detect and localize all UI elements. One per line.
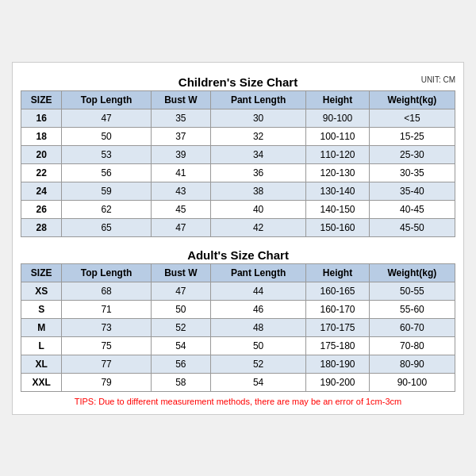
table-cell: 42 <box>210 218 305 236</box>
adults-col-top-length: Top Length <box>62 263 152 282</box>
adults-table: SIZE Top Length Bust W Pant Length Heigh… <box>21 263 455 392</box>
table-cell: 35-40 <box>369 182 455 200</box>
children-col-weight: Weight(kg) <box>369 90 455 109</box>
table-cell: M <box>21 318 62 336</box>
table-row: XS684744160-16550-55 <box>21 282 455 300</box>
table-cell: XL <box>21 355 62 373</box>
table-cell: 46 <box>210 300 305 318</box>
table-cell: 52 <box>210 355 305 373</box>
table-cell: 38 <box>210 182 305 200</box>
adults-header-row: SIZE Top Length Bust W Pant Length Heigh… <box>21 263 455 282</box>
adults-col-size: SIZE <box>21 263 62 282</box>
tips-text: TIPS: Due to different measurement metho… <box>21 397 455 406</box>
adults-col-height: Height <box>306 263 369 282</box>
table-cell: 160-170 <box>306 300 369 318</box>
table-cell: 48 <box>210 318 305 336</box>
table-cell: 18 <box>21 127 62 145</box>
table-cell: 20 <box>21 145 62 163</box>
table-cell: 25-30 <box>369 145 455 163</box>
table-cell: 60-70 <box>369 318 455 336</box>
table-cell: 37 <box>151 127 210 145</box>
children-section-title: Children's Size Chart UNIT: CM <box>21 71 455 90</box>
table-cell: 16 <box>21 109 62 127</box>
table-cell: 65 <box>62 218 152 236</box>
unit-label: UNIT: CM <box>421 75 455 84</box>
table-cell: 50-55 <box>369 282 455 300</box>
adults-section-title: Adult's Size Chart <box>21 244 455 263</box>
children-title-text: Children's Size Chart <box>178 75 298 89</box>
table-cell: 190-200 <box>306 373 369 391</box>
children-header-row: SIZE Top Length Bust W Pant Length Heigh… <box>21 90 455 109</box>
table-cell: 30 <box>210 109 305 127</box>
table-cell: 45-50 <box>369 218 455 236</box>
table-cell: 80-90 <box>369 355 455 373</box>
table-cell: <15 <box>369 109 455 127</box>
table-cell: 170-175 <box>306 318 369 336</box>
table-cell: 39 <box>151 145 210 163</box>
table-cell: 160-165 <box>306 282 369 300</box>
table-cell: 47 <box>151 218 210 236</box>
table-row: XXL795854190-20090-100 <box>21 373 455 391</box>
table-cell: 40 <box>210 200 305 218</box>
table-cell: 44 <box>210 282 305 300</box>
table-row: XL775652180-19080-90 <box>21 355 455 373</box>
table-cell: 53 <box>62 145 152 163</box>
table-cell: 90-100 <box>306 109 369 127</box>
table-row: 26624540140-15040-45 <box>21 200 455 218</box>
table-cell: 50 <box>210 336 305 355</box>
table-cell: 55-60 <box>369 300 455 318</box>
adults-title-text: Adult's Size Chart <box>187 248 289 262</box>
table-cell: 62 <box>62 200 152 218</box>
table-cell: 120-130 <box>306 163 369 182</box>
table-cell: 32 <box>210 127 305 145</box>
table-cell: 73 <box>62 318 152 336</box>
table-cell: 35 <box>151 109 210 127</box>
table-cell: 110-120 <box>306 145 369 163</box>
table-cell: 75 <box>62 336 152 355</box>
table-cell: S <box>21 300 62 318</box>
table-cell: 26 <box>21 200 62 218</box>
table-cell: 77 <box>62 355 152 373</box>
children-col-top-length: Top Length <box>62 90 152 109</box>
table-row: 22564136120-13030-35 <box>21 163 455 182</box>
table-cell: 22 <box>21 163 62 182</box>
adults-col-pant-length: Pant Length <box>210 263 305 282</box>
table-cell: 43 <box>151 182 210 200</box>
table-cell: 50 <box>151 300 210 318</box>
table-cell: 45 <box>151 200 210 218</box>
table-cell: 47 <box>151 282 210 300</box>
table-row: L755450175-18070-80 <box>21 336 455 355</box>
table-row: 24594338130-14035-40 <box>21 182 455 200</box>
table-cell: 40-45 <box>369 200 455 218</box>
table-cell: 36 <box>210 163 305 182</box>
table-cell: 100-110 <box>306 127 369 145</box>
table-cell: 30-35 <box>369 163 455 182</box>
table-cell: 59 <box>62 182 152 200</box>
adults-col-bust-w: Bust W <box>151 263 210 282</box>
table-cell: 56 <box>151 355 210 373</box>
table-cell: 70-80 <box>369 336 455 355</box>
table-cell: 140-150 <box>306 200 369 218</box>
table-cell: 68 <box>62 282 152 300</box>
table-cell: 56 <box>62 163 152 182</box>
table-cell: 34 <box>210 145 305 163</box>
table-cell: 58 <box>151 373 210 391</box>
table-cell: 28 <box>21 218 62 236</box>
table-cell: XS <box>21 282 62 300</box>
children-col-pant-length: Pant Length <box>210 90 305 109</box>
table-row: 20533934110-12025-30 <box>21 145 455 163</box>
table-cell: 79 <box>62 373 152 391</box>
table-row: M735248170-17560-70 <box>21 318 455 336</box>
children-col-height: Height <box>306 90 369 109</box>
table-cell: 15-25 <box>369 127 455 145</box>
table-cell: 71 <box>62 300 152 318</box>
table-cell: L <box>21 336 62 355</box>
table-cell: 90-100 <box>369 373 455 391</box>
table-cell: 130-140 <box>306 182 369 200</box>
table-cell: 41 <box>151 163 210 182</box>
chart-container: Children's Size Chart UNIT: CM SIZE Top … <box>12 62 464 415</box>
table-cell: 50 <box>62 127 152 145</box>
children-table: SIZE Top Length Bust W Pant Length Heigh… <box>21 90 455 237</box>
table-cell: XXL <box>21 373 62 391</box>
children-col-bust-w: Bust W <box>151 90 210 109</box>
